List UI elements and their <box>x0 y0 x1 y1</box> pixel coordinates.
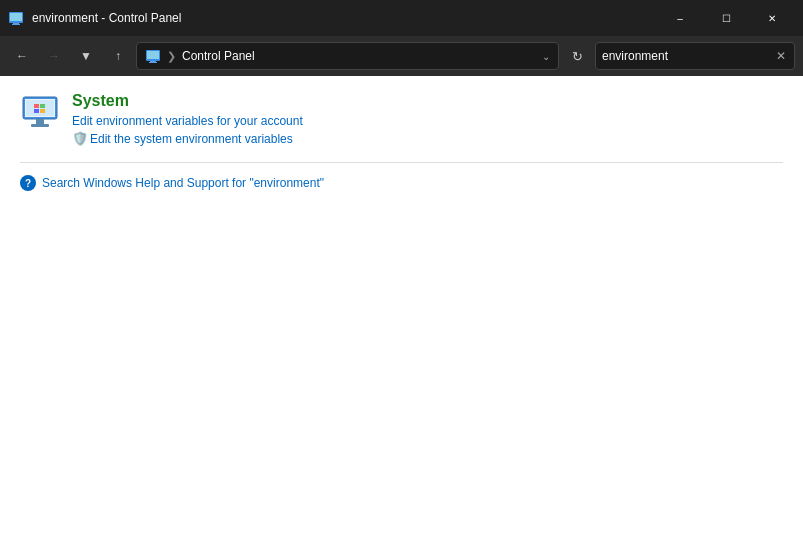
title-bar: environment - Control Panel – ☐ ✕ <box>0 0 803 36</box>
forward-button[interactable]: → <box>40 42 68 70</box>
recent-locations-button[interactable]: ▼ <box>72 42 100 70</box>
help-search-link[interactable]: ? Search Windows Help and Support for "e… <box>20 175 783 191</box>
svg-rect-12 <box>31 124 49 127</box>
svg-rect-15 <box>34 109 39 113</box>
address-bar-icon <box>145 48 161 64</box>
result-section: System Edit environment variables for yo… <box>20 92 783 146</box>
svg-rect-16 <box>40 109 45 113</box>
svg-rect-1 <box>10 13 22 21</box>
up-button[interactable]: ↑ <box>104 42 132 70</box>
result-title[interactable]: System <box>72 92 303 110</box>
refresh-button[interactable]: ↻ <box>563 42 591 70</box>
window-title: environment - Control Panel <box>32 11 657 25</box>
address-path: Control Panel <box>182 49 536 63</box>
svg-rect-2 <box>13 23 19 24</box>
svg-rect-5 <box>147 51 159 59</box>
search-clear-button[interactable]: ✕ <box>774 49 788 63</box>
edit-user-env-label: Edit environment variables for your acco… <box>72 114 303 128</box>
edit-system-env-link[interactable]: 🛡️ Edit the system environment variables <box>72 132 303 146</box>
help-search-label: Search Windows Help and Support for "env… <box>42 176 324 190</box>
close-button[interactable]: ✕ <box>749 0 795 36</box>
svg-rect-11 <box>36 119 44 124</box>
window-controls: – ☐ ✕ <box>657 0 795 36</box>
uac-shield-icon: 🛡️ <box>72 132 86 146</box>
address-bar[interactable]: ❯ Control Panel ⌄ <box>136 42 559 70</box>
window-icon <box>8 10 24 26</box>
svg-rect-13 <box>34 104 39 108</box>
minimize-button[interactable]: – <box>657 0 703 36</box>
search-input[interactable] <box>602 49 774 63</box>
nav-bar: ← → ▼ ↑ ❯ Control Panel ⌄ ↻ ✕ <box>0 36 803 76</box>
edit-user-env-link[interactable]: Edit environment variables for your acco… <box>72 114 303 128</box>
result-content: System Edit environment variables for yo… <box>72 92 303 146</box>
svg-rect-6 <box>150 61 156 62</box>
svg-rect-14 <box>40 104 45 108</box>
system-icon <box>20 92 60 132</box>
back-button[interactable]: ← <box>8 42 36 70</box>
edit-system-env-label: Edit the system environment variables <box>90 132 293 146</box>
svg-rect-3 <box>12 24 20 25</box>
help-circle-icon: ? <box>20 175 36 191</box>
content-area: System Edit environment variables for yo… <box>0 76 803 546</box>
maximize-button[interactable]: ☐ <box>703 0 749 36</box>
address-separator: ❯ <box>167 50 176 63</box>
svg-rect-7 <box>149 62 157 63</box>
section-divider <box>20 162 783 163</box>
search-box[interactable]: ✕ <box>595 42 795 70</box>
address-chevron-icon: ⌄ <box>542 51 550 62</box>
